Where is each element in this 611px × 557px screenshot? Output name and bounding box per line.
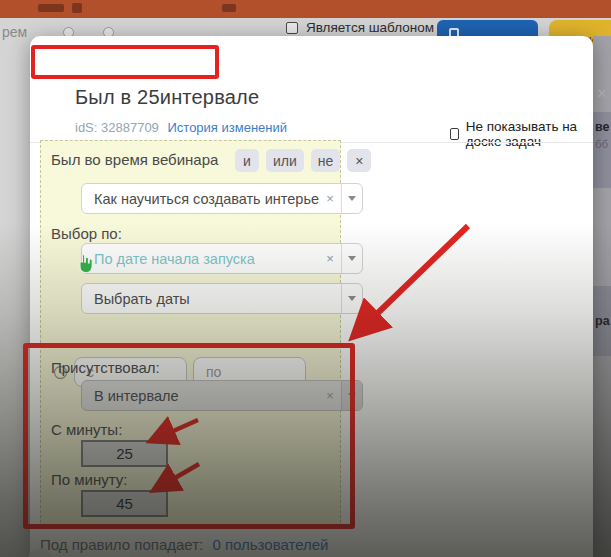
operator-remove[interactable]: × <box>347 149 371 172</box>
dropdown-caret-zone[interactable] <box>341 184 362 213</box>
card-text: ра <box>595 314 611 328</box>
clear-icon[interactable]: × <box>319 251 341 266</box>
rule-match-summary: Под правило попадает: 0 пользователей <box>40 536 329 553</box>
checkbox-box[interactable] <box>450 128 459 140</box>
hand-cursor-icon <box>74 252 96 276</box>
condition-label: Был во время вебинара <box>51 151 218 168</box>
is-template-label: Является шаблоном <box>306 20 434 35</box>
id-row: idS: 32887709 История изменений <box>75 120 287 135</box>
top-bar-smudge <box>222 4 236 12</box>
clear-icon[interactable]: × <box>319 191 341 206</box>
webinar-select[interactable]: Как научиться создавать интерьер (-) × <box>81 183 363 214</box>
record-id: idS: 32887709 <box>75 120 159 135</box>
date-type-placeholder: По дате начала запуска <box>82 251 319 267</box>
operator-not[interactable]: не <box>311 149 341 172</box>
choose-by-label: Выбор по: <box>51 225 122 242</box>
interval-section-highlight-rect <box>23 343 355 529</box>
title-highlight-rect <box>31 45 219 79</box>
checkbox-box[interactable] <box>286 22 298 34</box>
dates-select-value: Выбрать даты <box>82 291 341 307</box>
card-text: ве <box>595 120 611 134</box>
hide-on-board-checkbox[interactable]: Не показывать на доске задач <box>450 119 593 149</box>
card-subtext: бб <box>595 138 611 150</box>
browser-top-bar <box>0 0 611 18</box>
rule-match-label: Под правило попадает: <box>40 536 203 553</box>
chevron-down-icon <box>348 296 356 301</box>
chevron-down-icon <box>348 196 356 201</box>
modal-title: Был в 25интервале <box>75 86 259 109</box>
dropdown-caret-zone[interactable] <box>341 284 362 313</box>
screen: рем Является шаблоном изо ве бб ра Был в… <box>0 0 611 557</box>
operator-and[interactable]: и <box>235 149 259 172</box>
history-link[interactable]: История изменений <box>167 120 287 135</box>
operator-or[interactable]: или <box>266 149 304 172</box>
webinar-select-value: Как научиться создавать интерьер (-) <box>82 191 319 207</box>
top-bar-smudge <box>38 4 64 12</box>
dates-select[interactable]: Выбрать даты <box>81 283 363 314</box>
dropdown-caret-zone[interactable] <box>341 244 362 273</box>
chevron-down-icon <box>348 256 356 261</box>
background-card: ра <box>593 286 611 356</box>
background-card: ве бб <box>593 112 611 188</box>
operator-chips: и или не × <box>235 149 371 172</box>
is-template-checkbox[interactable]: Является шаблоном <box>286 20 434 35</box>
date-type-select[interactable]: По дате начала запуска × <box>81 243 363 274</box>
top-bar-smudge <box>72 3 82 13</box>
hide-on-board-label: Не показывать на доске задач <box>466 119 593 149</box>
close-icon[interactable]: × <box>597 84 607 104</box>
background-text-fragment: рем <box>2 24 27 40</box>
rule-match-count-link[interactable]: 0 пользователей <box>212 536 328 553</box>
